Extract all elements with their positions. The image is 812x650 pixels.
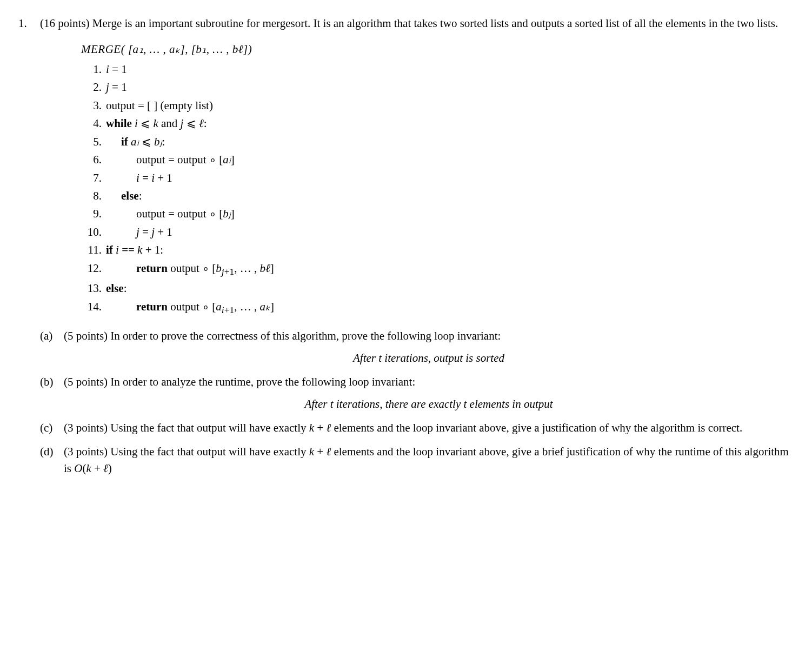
line-statement: while i ⩽ k and j ⩽ ℓ: bbox=[106, 115, 794, 131]
subpart-a-body: (5 points) In order to prove the correct… bbox=[64, 328, 794, 366]
subpart-d-points: (3 points) bbox=[64, 445, 108, 458]
algorithm-line: 6.output = output ∘ [aᵢ] bbox=[81, 151, 794, 168]
algorithm-line: 1.i = 1 bbox=[81, 61, 794, 77]
algorithm-line: 8.else: bbox=[81, 188, 794, 204]
line-statement: i = 1 bbox=[106, 61, 794, 77]
subparts-list: (a) (5 points) In order to prove the cor… bbox=[40, 328, 794, 476]
line-number: 10. bbox=[81, 224, 106, 240]
subpart-d-label: (d) bbox=[40, 443, 64, 476]
subpart-c-label: (c) bbox=[40, 420, 64, 436]
line-statement: if aᵢ ⩽ bⱼ: bbox=[106, 134, 794, 150]
line-number: 13. bbox=[81, 280, 106, 296]
problem-body: (16 points) Merge is an important subrou… bbox=[40, 15, 794, 484]
subpart-c-body: (3 points) Using the fact that output wi… bbox=[64, 420, 794, 436]
line-statement: i = i + 1 bbox=[106, 170, 794, 186]
subpart-b-text: In order to analyze the runtime, prove t… bbox=[110, 375, 415, 388]
algorithm-block: MERGE( [a₁, … , aₖ], [b₁, … , bℓ]) 1.i =… bbox=[81, 41, 794, 317]
algorithm-line: 11.if i == k + 1: bbox=[81, 242, 794, 258]
line-number: 7. bbox=[81, 170, 106, 186]
line-number: 11. bbox=[81, 242, 106, 258]
line-number: 2. bbox=[81, 79, 106, 95]
line-statement: if i == k + 1: bbox=[106, 242, 794, 258]
line-number: 9. bbox=[81, 205, 106, 222]
line-statement: output = [ ] (empty list) bbox=[106, 97, 794, 114]
line-number: 5. bbox=[81, 134, 106, 150]
algorithm-lines: 1.i = 12.j = 13.output = [ ] (empty list… bbox=[81, 61, 794, 317]
subpart-a-label: (a) bbox=[40, 328, 64, 366]
line-number: 8. bbox=[81, 188, 106, 204]
algorithm-line: 4.while i ⩽ k and j ⩽ ℓ: bbox=[81, 115, 794, 131]
line-statement: j = j + 1 bbox=[106, 224, 794, 240]
line-number: 6. bbox=[81, 151, 106, 168]
line-number: 12. bbox=[81, 260, 106, 276]
algorithm-line: 12.return output ∘ [bj+1, … , bℓ] bbox=[81, 260, 794, 279]
subpart-b-points: (5 points) bbox=[64, 375, 108, 388]
problem-intro: (16 points) Merge is an important subrou… bbox=[40, 15, 794, 31]
problem-points: (16 points) bbox=[40, 17, 90, 30]
line-statement: j = 1 bbox=[106, 79, 794, 95]
line-statement: else: bbox=[106, 280, 794, 296]
line-statement: output = output ∘ [bⱼ] bbox=[106, 205, 794, 222]
subpart-c-text: Using the fact that output will have exa… bbox=[110, 421, 742, 434]
line-statement: return output ∘ [bj+1, … , bℓ] bbox=[106, 260, 794, 279]
problem-intro-text: Merge is an important subroutine for mer… bbox=[92, 17, 778, 30]
algorithm-line: 2.j = 1 bbox=[81, 79, 794, 95]
algorithm-line: 9.output = output ∘ [bⱼ] bbox=[81, 205, 794, 222]
algorithm-line: 3.output = [ ] (empty list) bbox=[81, 97, 794, 114]
line-statement: else: bbox=[106, 188, 794, 204]
subpart-c: (c) (3 points) Using the fact that outpu… bbox=[40, 420, 794, 436]
subpart-a: (a) (5 points) In order to prove the cor… bbox=[40, 328, 794, 366]
subpart-b: (b) (5 points) In order to analyze the r… bbox=[40, 374, 794, 412]
subpart-b-invariant: After t iterations, there are exactly t … bbox=[64, 396, 794, 412]
line-number: 3. bbox=[81, 97, 106, 114]
algorithm-line: 10.j = j + 1 bbox=[81, 224, 794, 240]
subpart-a-text: In order to prove the correctness of thi… bbox=[110, 329, 501, 342]
subpart-a-points: (5 points) bbox=[64, 329, 108, 342]
problem-number: 1. bbox=[18, 15, 40, 484]
line-statement: return output ∘ [ai+1, … , aₖ] bbox=[106, 299, 794, 317]
algorithm-line: 5.if aᵢ ⩽ bⱼ: bbox=[81, 134, 794, 150]
subpart-d-text: Using the fact that output will have exa… bbox=[64, 445, 789, 474]
algorithm-line: 14.return output ∘ [ai+1, … , aₖ] bbox=[81, 299, 794, 317]
line-number: 14. bbox=[81, 299, 106, 315]
subpart-b-label: (b) bbox=[40, 374, 64, 412]
problem-1: 1. (16 points) Merge is an important sub… bbox=[18, 15, 794, 484]
algorithm-line: 7.i = i + 1 bbox=[81, 170, 794, 186]
subpart-d: (d) (3 points) Using the fact that outpu… bbox=[40, 443, 794, 476]
subpart-d-body: (3 points) Using the fact that output wi… bbox=[64, 443, 794, 476]
algorithm-title: MERGE( [a₁, … , aₖ], [b₁, … , bℓ]) bbox=[81, 41, 794, 57]
subpart-c-points: (3 points) bbox=[64, 421, 108, 434]
algorithm-line: 13.else: bbox=[81, 280, 794, 296]
subpart-a-invariant: After t iterations, output is sorted bbox=[64, 350, 794, 366]
line-statement: output = output ∘ [aᵢ] bbox=[106, 151, 794, 168]
line-number: 4. bbox=[81, 115, 106, 131]
subpart-b-body: (5 points) In order to analyze the runti… bbox=[64, 374, 794, 412]
line-number: 1. bbox=[81, 61, 106, 77]
